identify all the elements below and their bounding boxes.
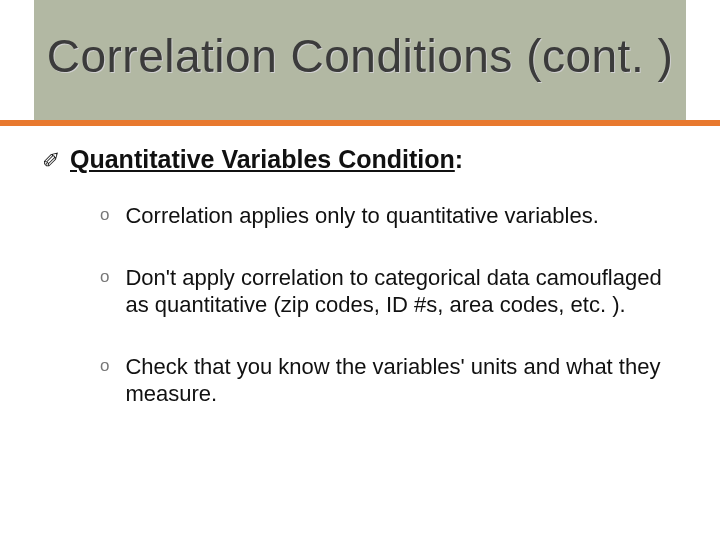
content-area: ✐ Quantitative Variables Condition: o Co… bbox=[42, 145, 678, 442]
list-item: o Check that you know the variables' uni… bbox=[100, 353, 668, 408]
slide-title: Correlation Conditions (cont. ) bbox=[47, 32, 674, 80]
bullet-marker-icon: o bbox=[100, 205, 109, 225]
main-bullet-label: Quantitative Variables Condition bbox=[70, 145, 455, 173]
list-item-text: Correlation applies only to quantitative… bbox=[125, 202, 598, 230]
list-item: o Correlation applies only to quantitati… bbox=[100, 202, 668, 230]
slide: Correlation Conditions (cont. ) ✐ Quanti… bbox=[0, 0, 720, 540]
main-bullet-colon: : bbox=[455, 145, 463, 173]
divider-rule bbox=[0, 120, 720, 126]
bullet-marker-icon: o bbox=[100, 356, 109, 376]
title-band: Correlation Conditions (cont. ) bbox=[34, 0, 686, 120]
list-item-text: Check that you know the variables' units… bbox=[125, 353, 668, 408]
scribble-icon: ✐ bbox=[42, 150, 60, 172]
list-item: o Don't apply correlation to categorical… bbox=[100, 264, 668, 319]
list-item-text: Don't apply correlation to categorical d… bbox=[125, 264, 668, 319]
sub-list: o Correlation applies only to quantitati… bbox=[100, 202, 668, 408]
main-bullet: ✐ Quantitative Variables Condition: bbox=[42, 145, 678, 174]
bullet-marker-icon: o bbox=[100, 267, 109, 287]
